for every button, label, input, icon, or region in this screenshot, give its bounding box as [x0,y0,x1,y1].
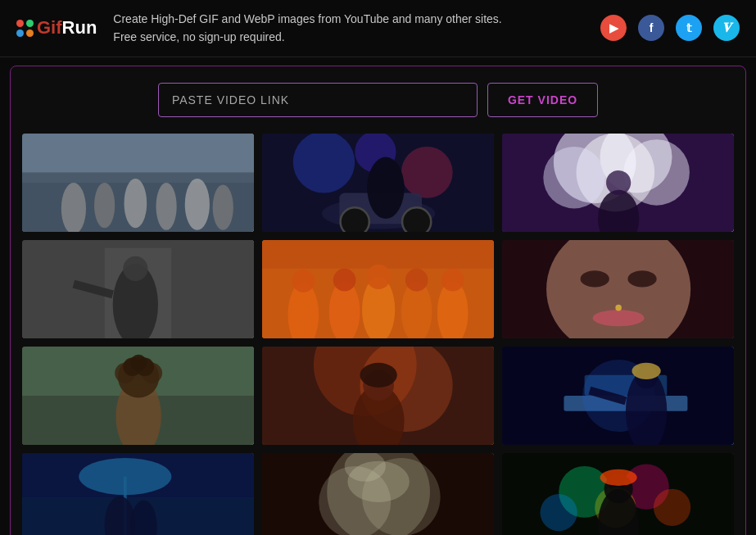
thumbnail-7[interactable] [22,347,254,445]
svg-point-41 [405,269,428,292]
svg-point-43 [441,269,464,292]
svg-point-11 [401,147,453,198]
get-video-button[interactable]: GET VIDEO [487,83,598,117]
youtube-icon[interactable]: ▶ [600,15,627,41]
dot-red [16,20,24,27]
svg-point-22 [543,147,604,208]
video-link-input[interactable] [158,83,478,117]
svg-rect-2 [22,134,254,172]
svg-point-15 [341,207,369,232]
svg-point-91 [654,488,690,525]
svg-point-65 [360,363,396,388]
thumbnail-6[interactable] [502,240,734,338]
site-header: GifRun Create High-Def GIF and WebP imag… [0,0,756,57]
logo-text: GifRun [37,17,97,39]
thumbnail-5[interactable] [262,240,494,338]
dot-orange [26,29,34,37]
thumbnail-10[interactable] [22,453,254,535]
thumbnail-2[interactable] [262,134,494,232]
svg-point-16 [402,207,431,232]
logo-dots [16,20,34,37]
vimeo-icon[interactable]: 𝐕 [713,15,740,41]
tagline-line1: Create High-Def GIF and WebP images from… [113,12,501,25]
dot-blue [16,29,24,37]
thumbnail-3[interactable] [502,134,734,232]
svg-point-39 [366,265,391,289]
social-icons-group: ▶ f 𝕥 𝐕 [600,15,740,41]
svg-point-47 [581,270,609,287]
thumbnail-11[interactable] [262,453,494,535]
svg-point-46 [593,310,645,326]
svg-point-90 [541,494,577,531]
svg-point-94 [600,469,636,486]
svg-point-31 [123,256,147,281]
svg-point-7 [185,179,210,230]
thumbnail-8[interactable] [262,347,494,445]
tagline-line2: Free service, no sign-up required. [113,30,284,43]
thumbnail-1[interactable] [22,134,254,232]
svg-point-73 [632,363,660,379]
search-row: GET VIDEO [22,83,734,117]
thumbnails-grid [22,134,734,535]
thumbnail-12[interactable] [502,453,734,535]
svg-point-37 [333,269,356,292]
svg-point-10 [293,134,355,193]
svg-point-4 [94,183,115,228]
svg-point-5 [124,179,147,228]
facebook-icon[interactable]: f [638,15,664,41]
dot-green [26,20,34,27]
svg-point-6 [156,183,177,230]
svg-point-17 [367,156,404,218]
svg-point-25 [606,170,631,195]
svg-point-59 [130,354,147,370]
svg-point-23 [623,139,689,205]
svg-point-48 [627,270,656,287]
header-description: Create High-Def GIF and WebP images from… [113,10,584,47]
svg-point-49 [615,305,622,311]
svg-point-3 [61,183,86,232]
svg-point-35 [292,270,315,292]
twitter-icon[interactable]: 𝕥 [676,15,702,41]
thumbnail-4[interactable] [22,240,254,338]
main-content: GET VIDEO [10,66,746,535]
logo[interactable]: GifRun [16,17,97,39]
thumbnail-9[interactable] [502,347,734,445]
svg-point-8 [213,184,233,229]
